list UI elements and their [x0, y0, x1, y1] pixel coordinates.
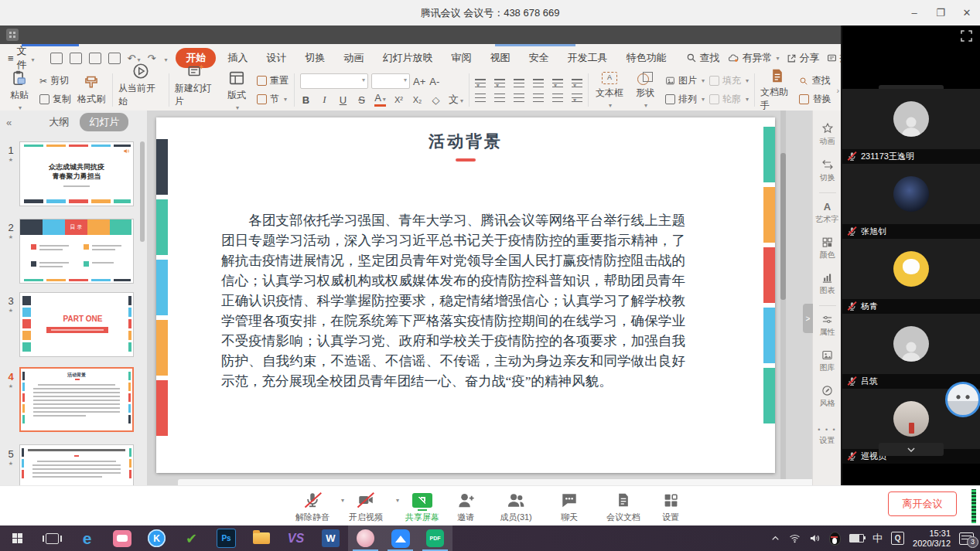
video-options-caret[interactable]: ▾: [396, 497, 399, 504]
settings-button[interactable]: 设置: [654, 491, 688, 523]
shapes-button[interactable]: 形状: [630, 72, 661, 109]
video-tile[interactable]: [842, 239, 980, 300]
close-button[interactable]: ✕: [954, 0, 980, 26]
customize-toolbar-icon[interactable]: [162, 53, 167, 64]
qq-tray-icon[interactable]: [829, 532, 841, 546]
font-color-button[interactable]: A: [374, 94, 386, 107]
tab-devtools[interactable]: 开发工具: [560, 49, 614, 67]
rail-transition[interactable]: 切换: [813, 158, 842, 183]
taskbar-clock[interactable]: 15:31 2020/3/12: [913, 529, 951, 549]
italic-button[interactable]: I: [319, 94, 330, 106]
video-tile[interactable]: [842, 164, 980, 225]
slide-thumbnail-2[interactable]: 目 录: [19, 219, 134, 284]
taskbar-file-explorer[interactable]: [244, 525, 278, 551]
tab-design[interactable]: 设计: [259, 49, 293, 67]
rail-expand-handle[interactable]: >: [803, 304, 813, 333]
slide-thumbnail-3[interactable]: PART ONE: [19, 292, 134, 357]
taskbar-pdf[interactable]: PDF: [418, 525, 452, 551]
volume-icon[interactable]: [809, 532, 821, 544]
leave-meeting-button[interactable]: 离开会议: [888, 491, 957, 516]
output-icon[interactable]: [70, 53, 82, 64]
toolbar-overflow-icon[interactable]: ›: [835, 86, 841, 95]
start-video-button[interactable]: 开启视频: [343, 491, 389, 523]
outline-button[interactable]: 轮廓: [709, 93, 749, 106]
tray-q-icon[interactable]: Q: [891, 532, 904, 545]
slides-tab[interactable]: 幻灯片: [80, 113, 128, 131]
invite-button[interactable]: 邀请: [449, 491, 483, 523]
rail-settings[interactable]: 设置: [813, 435, 842, 446]
chat-button[interactable]: 聊天: [552, 491, 586, 523]
align-center-icon[interactable]: [494, 94, 505, 102]
slide-thumbnail-4-current[interactable]: 活动背景: [19, 367, 134, 432]
rail-charts[interactable]: 图表: [813, 272, 842, 296]
tab-special-features[interactable]: 特色功能: [619, 49, 673, 67]
reset-button[interactable]: 重置: [257, 74, 289, 87]
font-size-select[interactable]: [371, 73, 410, 89]
decrease-indent-icon[interactable]: [514, 79, 524, 87]
font-family-select[interactable]: [300, 73, 368, 89]
meeting-docs-button[interactable]: 会议文档: [599, 491, 647, 523]
replace-button[interactable]: 替换: [799, 93, 831, 106]
notification-center-icon[interactable]: 3: [959, 532, 974, 545]
picture-button[interactable]: 图片: [665, 74, 705, 87]
underline-button[interactable]: U: [337, 94, 349, 106]
align-right-icon[interactable]: [514, 94, 524, 102]
bold-button[interactable]: B: [300, 94, 312, 106]
restore-button[interactable]: ❐: [927, 0, 954, 26]
rail-style[interactable]: 风格: [813, 385, 842, 409]
justify-icon[interactable]: [533, 94, 544, 102]
taskbar-photoshop[interactable]: Ps: [209, 525, 244, 551]
slide-thumbnail-5[interactable]: [19, 444, 134, 485]
text-direction-icon[interactable]: [552, 79, 563, 87]
taskbar-qq[interactable]: [348, 525, 383, 551]
floating-assistant-icon[interactable]: [945, 382, 980, 417]
abnormal-status-button[interactable]: 有异常: [727, 51, 779, 65]
members-button[interactable]: 成员(31): [492, 491, 540, 523]
canvas-scrollbar[interactable]: [780, 111, 786, 485]
tab-review[interactable]: 审阅: [444, 49, 478, 67]
paste-button[interactable]: 粘贴: [4, 70, 35, 111]
copy-button[interactable]: 复制: [39, 93, 71, 106]
doc-assistant-button[interactable]: 文档助手: [760, 68, 794, 112]
ime-indicator[interactable]: 中: [872, 532, 883, 546]
taskbar-checker[interactable]: ✔: [174, 525, 209, 551]
tab-view[interactable]: 视图: [483, 49, 517, 67]
panel-scrollbar[interactable]: [140, 141, 145, 242]
collapse-panel-icon[interactable]: «: [6, 117, 12, 128]
tab-animation[interactable]: 动画: [336, 49, 370, 67]
rail-animation[interactable]: 动画: [813, 122, 842, 147]
layout-button[interactable]: 版式: [221, 70, 252, 111]
video-tile[interactable]: [842, 314, 980, 375]
tab-insert[interactable]: 插入: [220, 49, 254, 67]
expand-videos-button[interactable]: [879, 443, 944, 456]
distribute-icon[interactable]: [552, 94, 563, 102]
save-icon[interactable]: [50, 53, 63, 64]
decrease-font-button[interactable]: A-: [429, 76, 440, 87]
print-icon[interactable]: [89, 53, 101, 64]
rail-gallery[interactable]: 图库: [813, 349, 842, 373]
align-left-icon[interactable]: [475, 94, 486, 102]
taskbar-visual-studio[interactable]: VS: [278, 525, 313, 551]
play-from-current-button[interactable]: 从当前开始: [118, 63, 163, 117]
taskbar-word[interactable]: W: [313, 525, 348, 551]
phonetic-guide-button[interactable]: 文: [449, 93, 463, 107]
current-slide[interactable]: 活动背景 各团支部依托学习强国、青年大学习、腾讯会议等网络平台举行线上主题团日专…: [156, 117, 775, 473]
numbered-list-icon[interactable]: [494, 79, 505, 87]
section-button[interactable]: 节: [257, 93, 289, 106]
rail-properties[interactable]: 属性: [813, 314, 842, 338]
fullscreen-icon[interactable]: [961, 30, 972, 42]
unmute-button[interactable]: 解除静音: [290, 491, 335, 523]
placeholder-icon[interactable]: [572, 79, 582, 87]
taskbar-bilibili[interactable]: [104, 525, 139, 551]
share-screen-button[interactable]: 共享屏幕: [401, 491, 444, 523]
share-button[interactable]: 分享: [787, 51, 819, 65]
strikethrough-button[interactable]: S: [356, 94, 367, 106]
rail-wordart[interactable]: A艺术字: [813, 201, 842, 225]
rail-colors[interactable]: 颜色: [813, 236, 842, 260]
slide-thumbnail-1[interactable]: 众志成城共同抗疫 青春聚力勇担当: [19, 141, 134, 206]
superscript-button[interactable]: X²: [393, 95, 405, 104]
format-painter-button[interactable]: 格式刷: [76, 75, 107, 106]
find-button[interactable]: 查找: [799, 74, 831, 87]
tab-transition[interactable]: 切换: [298, 49, 332, 67]
fill-button[interactable]: 填充: [709, 74, 749, 87]
